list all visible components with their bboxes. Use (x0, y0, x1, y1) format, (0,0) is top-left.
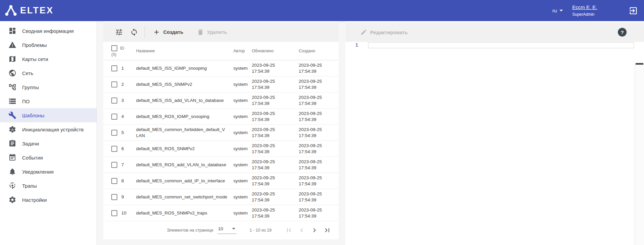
row-id: 7 (121, 162, 136, 167)
sidebar-item-label: ПО (22, 99, 30, 104)
row-created: 2023-09-25 17:54:39 (299, 78, 339, 90)
row-checkbox[interactable] (111, 194, 117, 200)
pagination-bar: Элементов на странице 10 1 - 10 из 19 (103, 221, 339, 239)
sidebar-item-label: Группы (22, 84, 39, 90)
editor-toolbar: Редактировать ? (345, 22, 644, 42)
previous-page-button[interactable] (298, 226, 306, 234)
table-row[interactable]: 1default_MES_ISS_IGMP_snoopingsystem2023… (103, 60, 339, 76)
sidebar-item-problems[interactable]: Проблемы (0, 38, 97, 52)
sidebar-item-software[interactable]: ПО (0, 94, 97, 108)
table-row[interactable]: 6default_MES_ROS_SNMPv2system2023-09-25 … (103, 141, 339, 157)
row-author: system (233, 98, 252, 103)
table-row[interactable]: 7default_MES_ROS_add_VLAN_to_databasesys… (103, 157, 339, 173)
row-updated: 2023-09-25 17:54:39 (252, 78, 299, 90)
sidebar-item-notifications[interactable]: Уведомления (0, 165, 97, 179)
calendar-icon (8, 154, 16, 162)
row-checkbox[interactable] (111, 210, 117, 216)
scrollbar-thumb[interactable] (636, 63, 643, 65)
row-name: default_MES_ISS_SNMPv2 (136, 81, 233, 87)
table-header-row: ID (0) Название Автор Обновлено Создано (103, 42, 339, 60)
row-checkbox[interactable] (111, 98, 117, 104)
row-created: 2023-09-25 17:54:39 (299, 159, 339, 171)
row-created: 2023-09-25 17:54:39 (299, 191, 339, 203)
sidebar-item-network-maps[interactable]: Карты сети (0, 52, 97, 66)
sidebar-item-summary[interactable]: Сводная информация (0, 24, 97, 38)
device-init-icon: A (8, 125, 16, 133)
sidebar-item-label: Трапы (22, 183, 37, 189)
sidebar-item-label: Шаблоны (22, 113, 44, 118)
table-row[interactable]: 10default_MES_ROS_SNMPv2_trapssystem2023… (103, 205, 339, 221)
sidebar-item-label: Настройки (22, 197, 47, 203)
row-name: default_MES_ROS_add_VLAN_to_database (136, 162, 233, 168)
help-icon[interactable]: ? (618, 28, 627, 37)
row-created: 2023-09-25 17:54:39 (299, 143, 339, 155)
logout-icon[interactable] (629, 6, 638, 15)
table-row[interactable]: 8default_MES_common_add_IP_to_interfaces… (103, 173, 339, 189)
table-row[interactable]: 5default_MES_common_forbidden_default_VL… (103, 125, 339, 141)
user-role: SuperAdmin (572, 12, 594, 17)
create-button[interactable]: Создать (153, 28, 183, 36)
row-author: system (233, 194, 252, 199)
sidebar-item-traps[interactable]: Трапы (0, 179, 97, 193)
row-checkbox[interactable] (111, 146, 117, 152)
user-name-link[interactable]: Eccm E. E. (572, 4, 597, 10)
items-per-page-select[interactable]: 10 (217, 226, 237, 234)
next-page-button[interactable] (310, 226, 318, 234)
row-author: system (233, 130, 252, 135)
storage-icon (8, 97, 16, 105)
column-header-id: ID (120, 46, 124, 51)
gear-icon (8, 196, 16, 204)
row-updated: 2023-09-25 17:54:39 (252, 127, 299, 138)
sidebar-item-settings[interactable]: Настройки (0, 193, 97, 207)
sidebar-item-label: Карты сети (22, 56, 48, 62)
traps-icon (8, 182, 16, 190)
row-checkbox[interactable] (111, 114, 117, 120)
toolbar-divider (144, 26, 145, 38)
row-name: default_MES_common_forbidden_default_VLA… (136, 127, 233, 138)
tree-icon (8, 83, 16, 91)
row-created: 2023-09-25 17:54:39 (299, 62, 339, 74)
sidebar-item-network[interactable]: Сеть (0, 66, 97, 80)
row-created: 2023-09-25 17:54:39 (299, 95, 339, 106)
select-all-checkbox[interactable] (111, 45, 117, 51)
line-number: 1 (345, 42, 368, 48)
filter-tune-icon[interactable] (115, 28, 123, 36)
last-page-button[interactable] (323, 226, 331, 234)
row-name: default_MES_ROS_SNMPv2 (136, 146, 233, 152)
editor-line-content[interactable] (368, 42, 634, 48)
sidebar-item-device-init[interactable]: AИнициализация устройств (0, 122, 97, 136)
sidebar-item-label: Проблемы (22, 42, 47, 48)
pagination-range: 1 - 10 из 19 (249, 228, 272, 233)
row-id: 2 (121, 82, 136, 87)
row-checkbox[interactable] (111, 65, 117, 71)
row-updated: 2023-09-25 17:54:39 (252, 62, 299, 74)
svg-text:A: A (11, 128, 14, 131)
row-name: default_MES_ISS_add_VLAN_to_database (136, 98, 233, 104)
code-editor[interactable]: 1 (345, 42, 644, 245)
table-row[interactable]: 4default_MES_ROS_IGMP_snoopingsystem2023… (103, 109, 339, 125)
table-row[interactable]: 2default_MES_ISS_SNMPv2system2023-09-25 … (103, 76, 339, 93)
delete-button[interactable]: Удалить (197, 28, 227, 36)
sidebar-item-label: Сводная информация (22, 28, 74, 34)
edit-button[interactable]: Редактировать (360, 29, 408, 36)
sidebar-item-tasks[interactable]: Задачи (0, 136, 97, 150)
row-checkbox[interactable] (111, 162, 117, 168)
row-name: default_MES_ROS_IGMP_snooping (136, 114, 233, 120)
sidebar-item-groups[interactable]: Группы (0, 80, 97, 94)
sidebar-item-events[interactable]: События (0, 150, 97, 165)
tasks-icon (8, 139, 16, 147)
row-checkbox[interactable] (111, 130, 117, 136)
table-row[interactable]: 9default_MES_common_set_switchport_modes… (103, 189, 339, 205)
sidebar-item-templates[interactable]: Шаблоны (0, 108, 97, 122)
table-row[interactable]: 3default_MES_ISS_add_VLAN_to_databasesys… (103, 93, 339, 109)
row-checkbox[interactable] (111, 81, 117, 87)
first-page-button[interactable] (285, 226, 293, 234)
editor-scrollbar[interactable] (635, 63, 644, 245)
eltex-logo: ELTEX (0, 4, 54, 17)
refresh-icon[interactable] (130, 28, 138, 36)
language-selector[interactable]: ru (552, 8, 563, 13)
plus-icon (153, 28, 160, 36)
row-updated: 2023-09-25 17:54:39 (252, 175, 299, 187)
template-editor-panel: Редактировать ? 1 (345, 21, 644, 245)
row-checkbox[interactable] (111, 178, 117, 184)
